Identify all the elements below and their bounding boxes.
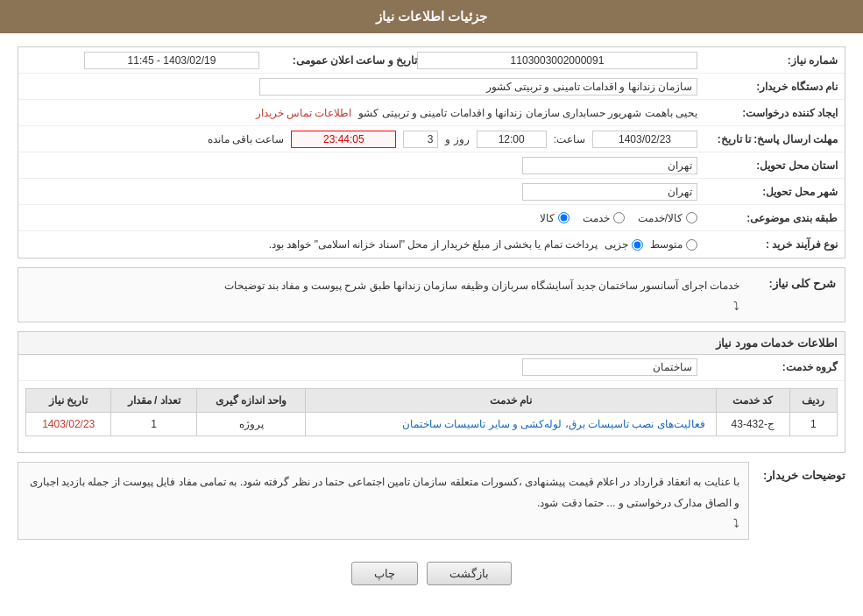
radio-kala-khedmat-label: کالا/خدمت [638, 212, 683, 224]
service-group-label: گروه خدمت: [697, 361, 838, 373]
basic-info-section: شماره نیاز: تاریخ و ساعت اعلان عمومی: نا… [18, 46, 845, 258]
province-input[interactable] [522, 157, 697, 174]
col-unit: واحد اندازه گیری [196, 388, 306, 412]
cell-date: 1403/02/23 [26, 412, 111, 435]
buttons-row: بازگشت چاپ [18, 562, 845, 585]
city-label: شهر محل تحویل: [697, 186, 838, 198]
print-button[interactable]: چاپ [351, 562, 418, 585]
buyer-org-input[interactable] [259, 78, 697, 96]
response-deadline-days-label: روز و [445, 133, 469, 145]
radio-kala: کالا [540, 212, 569, 224]
process-description-text: پرداخت تمام یا بخشی از مبلغ خریدار از مح… [269, 238, 598, 251]
back-button[interactable]: بازگشت [427, 562, 512, 585]
row-response-deadline: مهلت ارسال پاسخ: تا تاریخ: ساعت: روز و س… [18, 126, 845, 152]
response-deadline-value: ساعت: روز و ساعت باقی مانده [25, 131, 697, 148]
radio-motavasset-input[interactable] [686, 239, 697, 251]
radio-jozvi: جزیی [605, 238, 643, 251]
row-service-group: گروه خدمت: [18, 355, 845, 381]
response-deadline-remaining-input[interactable] [291, 131, 396, 148]
category-radios: کالا/خدمت خدمت کالا [25, 212, 697, 224]
creator-text: یحیی باهمت شهریور حسابداری سازمان زندانه… [358, 107, 697, 119]
radio-khedmat-label: خدمت [583, 212, 610, 224]
buyer-org-value [25, 78, 697, 96]
buyer-notes-label: توضیحات خریدار: [758, 462, 845, 482]
row-process-type: نوع فرآیند خرید : متوسط جزیی پرداخت تمام… [18, 231, 845, 258]
creator-label: ایجاد کننده درخواست: [697, 107, 838, 119]
services-table: ردیف کد خدمت نام خدمت واحد اندازه گیری ت… [25, 388, 838, 436]
radio-kala-khedmat-input[interactable] [686, 212, 697, 223]
radio-motavasset-label: متوسط [650, 238, 683, 251]
col-code: کد خدمت [716, 388, 789, 412]
buyer-notes-content: با عنایت به انعقاد قرارداد در اعلام قیمت… [18, 462, 749, 549]
radio-jozvi-label: جزیی [605, 238, 628, 251]
buyer-notes-box: با عنایت به انعقاد قرارداد در اعلام قیمت… [18, 462, 749, 540]
response-deadline-date-input[interactable] [592, 131, 697, 148]
radio-jozvi-input[interactable] [632, 239, 643, 251]
page-container: جزئیات اطلاعات نیاز شماره نیاز: تاریخ و … [0, 0, 863, 616]
row-creator: ایجاد کننده درخواست: یحیی باهمت شهریور ح… [18, 100, 845, 126]
radio-kala-input[interactable] [558, 212, 569, 223]
process-type-label: نوع فرآیند خرید : [697, 238, 838, 251]
row-category: طبقه بندی موضوعی: کالا/خدمت خدمت کالا [18, 205, 845, 231]
services-section-header: اطلاعات خدمات مورد نیاز [18, 332, 845, 355]
response-deadline-time-label: ساعت: [554, 133, 585, 145]
need-number-value [417, 52, 697, 69]
row-buyer-org: نام دستگاه خریدار: [18, 74, 845, 100]
need-description-label: شرح کلی نیاز: [748, 277, 836, 290]
col-name: نام خدمت [306, 388, 716, 412]
cell-unit: پروژه [196, 412, 306, 435]
col-date: تاریخ نیاز [26, 388, 111, 412]
buyer-notes-wrapper: توضیحات خریدار: با عنایت به انعقاد قرارد… [18, 462, 845, 549]
radio-kala-khedmat: کالا/خدمت [638, 212, 697, 224]
city-input[interactable] [522, 183, 697, 201]
need-number-input[interactable] [417, 52, 697, 69]
col-row: ردیف [789, 388, 837, 412]
services-table-wrapper: ردیف کد خدمت نام خدمت واحد اندازه گیری ت… [18, 381, 845, 452]
creator-value: یحیی باهمت شهریور حسابداری سازمان زندانه… [25, 107, 697, 119]
process-type-value: متوسط جزیی پرداخت تمام یا بخشی از مبلغ خ… [25, 238, 697, 251]
row-need-number: شماره نیاز: تاریخ و ساعت اعلان عمومی: [18, 47, 845, 74]
province-label: استان محل تحویل: [697, 159, 838, 172]
table-row: 1 ج-432-43 فعالیت‌های نصب تاسیسات برق، ل… [26, 412, 838, 435]
services-section: اطلاعات خدمات مورد نیاز گروه خدمت: ردیف … [18, 331, 845, 453]
main-content: شماره نیاز: تاریخ و ساعت اعلان عمومی: نا… [0, 33, 863, 612]
radio-khedmat: خدمت [583, 212, 625, 224]
announcement-date-value [25, 52, 259, 69]
response-deadline-label: مهلت ارسال پاسخ: تا تاریخ: [697, 133, 838, 145]
cell-quantity: 1 [111, 412, 196, 435]
announcement-date-label: تاریخ و ساعت اعلان عمومی: [259, 54, 417, 67]
page-title: جزئیات اطلاعات نیاز [376, 9, 487, 24]
category-label: طبقه بندی موضوعی: [697, 212, 838, 224]
response-deadline-remaining-label: ساعت باقی مانده [208, 133, 285, 145]
creator-contact-link[interactable]: اطلاعات تماس خریدار [256, 107, 352, 119]
buyer-notes-text: با عنایت به انعقاد قرارداد در اعلام قیمت… [27, 471, 739, 513]
row-city: شهر محل تحویل: [18, 179, 845, 205]
service-group-input[interactable] [522, 358, 697, 376]
row-province: استان محل تحویل: [18, 152, 845, 179]
cell-code: ج-432-43 [716, 412, 789, 435]
need-description-section: شرح کلی نیاز: خدمات اجرای آسانسور ساختما… [18, 267, 845, 322]
need-number-label: شماره نیاز: [697, 54, 838, 67]
radio-motavasset: متوسط [650, 238, 697, 251]
service-group-value [25, 358, 697, 376]
radio-kala-label: کالا [540, 212, 555, 224]
announcement-date-input[interactable] [84, 52, 259, 69]
cell-row: 1 [789, 412, 837, 435]
col-quantity: تعداد / مقدار [111, 388, 196, 412]
response-deadline-days-input[interactable] [403, 131, 438, 148]
province-value [25, 157, 697, 174]
radio-khedmat-input[interactable] [613, 212, 625, 223]
buyer-org-label: نام دستگاه خریدار: [697, 81, 838, 93]
cell-name: فعالیت‌های نصب تاسیسات برق، لوله‌کشی و س… [306, 412, 716, 435]
page-header: جزئیات اطلاعات نیاز [0, 0, 863, 33]
response-deadline-time-input[interactable] [477, 131, 547, 148]
services-section-title: اطلاعات خدمات مورد نیاز [716, 336, 838, 350]
city-value [25, 183, 697, 201]
need-description-text: خدمات اجرای آسانسور ساختمان جدید آسایشگا… [27, 277, 739, 296]
